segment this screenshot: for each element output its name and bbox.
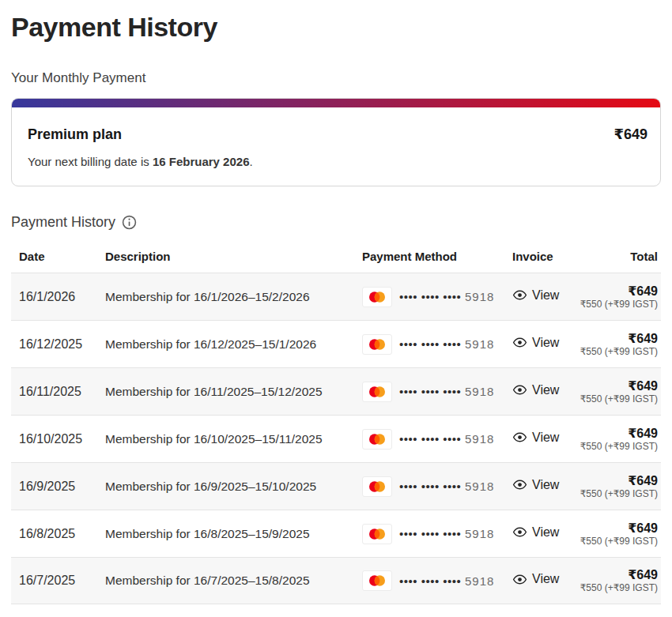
view-label: View <box>532 288 559 303</box>
view-invoice-link[interactable]: View <box>512 477 559 492</box>
invoice-cell: View <box>512 477 576 495</box>
plan-name: Premium plan <box>28 125 122 145</box>
card-last4: 5918 <box>465 480 494 493</box>
card-number-masked: •••• •••• •••• 5918 <box>399 480 494 493</box>
monthly-payment-heading: Your Monthly Payment <box>11 70 661 86</box>
invoice-cell: View <box>512 525 576 543</box>
payment-date: 16/1/2026 <box>19 290 105 304</box>
payment-description: Membership for 16/1/2026–15/2/2026 <box>105 290 362 304</box>
total-cell: ₹649 ₹550 (+₹99 IGST) <box>576 567 658 594</box>
payment-rows: 16/1/2026 Membership for 16/1/2026–15/2/… <box>11 273 661 604</box>
mastercard-icon <box>362 334 392 355</box>
billing-prefix: Your next billing date is <box>28 155 153 168</box>
invoice-cell: View <box>512 288 576 306</box>
view-invoice-link[interactable]: View <box>512 382 559 397</box>
plan-card: Premium plan ₹649 Your next billing date… <box>11 98 661 186</box>
payment-description: Membership for 16/11/2025–15/12/2025 <box>105 385 362 399</box>
total-cell: ₹649 ₹550 (+₹99 IGST) <box>576 426 658 453</box>
view-invoice-link[interactable]: View <box>512 525 559 540</box>
table-row: 16/7/2025 Membership for 16/7/2025–15/8/… <box>11 557 661 604</box>
payment-method-cell: •••• •••• •••• 5918 <box>362 382 512 402</box>
eye-icon <box>512 525 527 540</box>
history-section-head: Payment History <box>11 213 661 231</box>
payment-history-page: Payment History Your Monthly Payment Pre… <box>0 0 672 604</box>
view-label: View <box>532 336 559 350</box>
card-last4: 5918 <box>465 385 494 398</box>
eye-icon <box>512 382 527 397</box>
total-breakdown: ₹550 (+₹99 IGST) <box>576 488 658 500</box>
card-number-masked: •••• •••• •••• 5918 <box>399 290 494 303</box>
total-breakdown: ₹550 (+₹99 IGST) <box>576 346 658 358</box>
view-label: View <box>532 478 559 492</box>
total-amount: ₹649 <box>576 284 658 299</box>
view-invoice-link[interactable]: View <box>512 288 559 303</box>
plan-card-body: Premium plan ₹649 Your next billing date… <box>12 107 660 186</box>
payment-method-cell: •••• •••• •••• 5918 <box>362 287 512 307</box>
view-label: View <box>532 572 559 586</box>
column-header-date: Date <box>19 250 105 263</box>
invoice-cell: View <box>512 335 576 353</box>
card-number-masked: •••• •••• •••• 5918 <box>399 337 494 351</box>
view-invoice-link[interactable]: View <box>512 430 559 445</box>
total-cell: ₹649 ₹550 (+₹99 IGST) <box>576 284 658 310</box>
payment-description: Membership for 16/7/2025–15/8/2025 <box>105 574 362 588</box>
payment-history-table: Date Description Payment Method Invoice … <box>11 250 661 604</box>
card-last4: 5918 <box>465 337 494 351</box>
card-last4: 5918 <box>465 290 494 303</box>
table-header: Date Description Payment Method Invoice … <box>11 250 661 273</box>
eye-icon <box>512 477 527 492</box>
total-amount: ₹649 <box>576 426 658 441</box>
table-row: 16/8/2025 Membership for 16/8/2025–15/9/… <box>11 510 661 557</box>
payment-method-cell: •••• •••• •••• 5918 <box>362 334 512 355</box>
column-header-invoice: Invoice <box>512 250 576 263</box>
total-amount: ₹649 <box>576 378 658 393</box>
total-breakdown: ₹550 (+₹99 IGST) <box>576 441 658 453</box>
mastercard-icon <box>362 524 392 544</box>
mastercard-icon <box>362 429 392 450</box>
view-label: View <box>532 525 559 540</box>
info-icon[interactable] <box>122 215 137 230</box>
eye-icon <box>512 572 527 587</box>
total-amount: ₹649 <box>576 331 658 346</box>
total-cell: ₹649 ₹550 (+₹99 IGST) <box>576 331 658 358</box>
payment-method-cell: •••• •••• •••• 5918 <box>362 524 512 544</box>
total-cell: ₹649 ₹550 (+₹99 IGST) <box>576 521 658 547</box>
view-label: View <box>532 431 559 445</box>
card-number-masked: •••• •••• •••• 5918 <box>399 574 494 588</box>
billing-date: 16 February 2026 <box>153 155 250 168</box>
billing-suffix: . <box>249 155 252 168</box>
total-breakdown: ₹550 (+₹99 IGST) <box>576 299 658 310</box>
view-invoice-link[interactable]: View <box>512 335 559 350</box>
table-row: 16/10/2025 Membership for 16/10/2025–15/… <box>11 415 661 462</box>
page-title: Payment History <box>11 9 661 44</box>
card-last4: 5918 <box>465 527 494 540</box>
billing-date-text: Your next billing date is 16 February 20… <box>28 155 647 169</box>
total-breakdown: ₹550 (+₹99 IGST) <box>576 393 658 405</box>
total-amount: ₹649 <box>576 473 658 488</box>
view-invoice-link[interactable]: View <box>512 572 559 587</box>
table-row: 16/12/2025 Membership for 16/12/2025–15/… <box>11 320 661 367</box>
payment-date: 16/12/2025 <box>19 337 105 352</box>
payment-date: 16/8/2025 <box>19 527 105 541</box>
payment-date: 16/10/2025 <box>19 432 105 446</box>
plan-price: ₹649 <box>613 125 647 145</box>
eye-icon <box>512 335 527 350</box>
invoice-cell: View <box>512 572 576 590</box>
mastercard-icon <box>362 476 392 497</box>
column-header-payment-method: Payment Method <box>362 250 512 263</box>
total-cell: ₹649 ₹550 (+₹99 IGST) <box>576 378 658 405</box>
mastercard-icon <box>362 287 392 307</box>
view-label: View <box>532 383 559 397</box>
table-row: 16/1/2026 Membership for 16/1/2026–15/2/… <box>11 273 661 320</box>
column-header-total: Total <box>576 250 658 263</box>
total-amount: ₹649 <box>576 567 658 582</box>
payment-description: Membership for 16/10/2025–15/11/2025 <box>105 432 362 446</box>
total-cell: ₹649 ₹550 (+₹99 IGST) <box>576 473 658 500</box>
card-number-masked: •••• •••• •••• 5918 <box>399 385 494 398</box>
payment-method-cell: •••• •••• •••• 5918 <box>362 570 512 591</box>
history-section-title: Payment History <box>11 213 115 231</box>
eye-icon <box>512 288 527 303</box>
table-row: 16/9/2025 Membership for 16/9/2025–15/10… <box>11 462 661 510</box>
payment-date: 16/9/2025 <box>19 480 105 494</box>
total-amount: ₹649 <box>576 521 658 536</box>
